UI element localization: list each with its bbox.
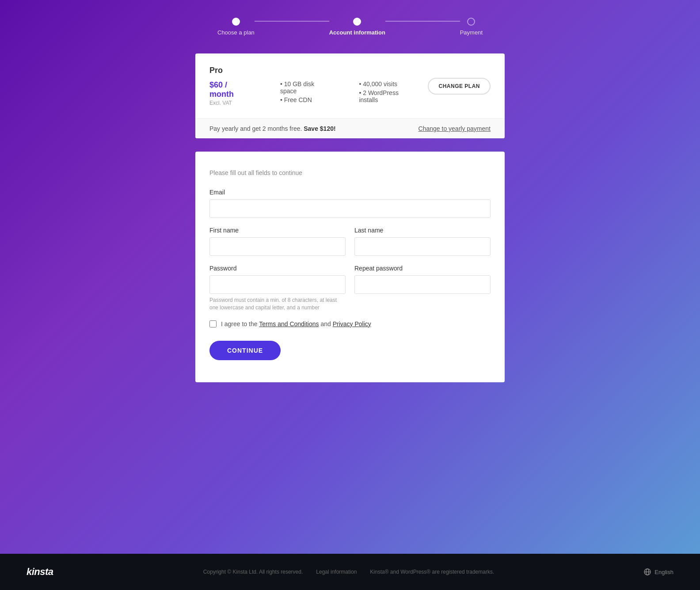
yearly-banner-text: Pay yearly and get 2 months free. Save $… bbox=[209, 125, 336, 132]
step-line-1 bbox=[255, 21, 329, 22]
repeat-password-group: Repeat password bbox=[354, 265, 491, 312]
last-name-group: Last name bbox=[354, 227, 491, 256]
first-name-label: First name bbox=[209, 227, 346, 234]
yearly-save-amount: Save $120! bbox=[304, 125, 335, 132]
stepper: Choose a plan Account information Paymen… bbox=[217, 18, 483, 36]
plan-feature-wordpress: • 2 WordPress installs bbox=[359, 89, 419, 103]
step-circle-choose-plan bbox=[232, 18, 240, 26]
password-row: Password Password must contain a min. of… bbox=[209, 265, 491, 312]
form-instruction: Please fill out all fields to continue bbox=[209, 169, 491, 176]
plan-yearly-banner: Pay yearly and get 2 months free. Save $… bbox=[195, 118, 505, 138]
repeat-password-label: Repeat password bbox=[354, 265, 491, 272]
password-label: Password bbox=[209, 265, 346, 272]
step-label-choose-plan: Choose a plan bbox=[217, 29, 255, 36]
plan-card-main: Pro $60 / month Excl. VAT • 10 GB disk s… bbox=[195, 53, 505, 118]
email-label: Email bbox=[209, 189, 491, 196]
terms-checkbox-row: I agree to the Terms and Conditions and … bbox=[209, 320, 491, 327]
plan-price-row: $60 / month Excl. VAT • 10 GB disk space… bbox=[209, 80, 419, 106]
footer: kinsta Copyright © Kinsta Ltd. All right… bbox=[0, 554, 700, 590]
email-group: Email bbox=[209, 189, 491, 218]
privacy-link[interactable]: Privacy Policy bbox=[333, 320, 371, 327]
password-input[interactable] bbox=[209, 275, 346, 294]
plan-card: Pro $60 / month Excl. VAT • 10 GB disk s… bbox=[195, 53, 505, 138]
footer-center: Copyright © Kinsta Ltd. All rights reser… bbox=[203, 569, 495, 575]
step-label-account-information: Account information bbox=[329, 29, 385, 36]
email-input[interactable] bbox=[209, 199, 491, 218]
footer-copyright: Copyright © Kinsta Ltd. All rights reser… bbox=[203, 569, 303, 575]
step-choose-plan: Choose a plan bbox=[217, 18, 255, 36]
footer-trademark: Kinsta® and WordPress® are registered tr… bbox=[370, 569, 494, 575]
change-plan-button[interactable]: CHANGE PLAN bbox=[428, 78, 491, 95]
main-background: Choose a plan Account information Paymen… bbox=[0, 0, 700, 554]
terms-checkbox[interactable] bbox=[209, 320, 217, 327]
terms-label: I agree to the Terms and Conditions and … bbox=[221, 320, 371, 327]
step-circle-payment bbox=[467, 18, 475, 26]
plan-name: Pro bbox=[209, 66, 419, 75]
password-group: Password Password must contain a min. of… bbox=[209, 265, 346, 312]
globe-icon bbox=[644, 568, 651, 575]
plan-price-note: Excl. VAT bbox=[209, 100, 254, 106]
password-hint: Password must contain a min. of 8 charac… bbox=[209, 297, 346, 312]
plan-feature-visits: • 40,000 visits bbox=[359, 80, 419, 88]
language-label: English bbox=[654, 569, 673, 575]
plan-feature-cdn: • Free CDN bbox=[280, 96, 332, 103]
first-name-group: First name bbox=[209, 227, 346, 256]
footer-logo: kinsta bbox=[27, 566, 53, 578]
repeat-password-input[interactable] bbox=[354, 275, 491, 294]
plan-price: $60 / month bbox=[209, 80, 254, 99]
step-line-2 bbox=[385, 21, 460, 22]
step-label-payment: Payment bbox=[460, 29, 483, 36]
plan-features-col1: • 10 GB disk space • Free CDN bbox=[280, 80, 332, 103]
terms-link[interactable]: Terms and Conditions bbox=[259, 320, 319, 327]
step-payment: Payment bbox=[460, 18, 483, 36]
plan-info: Pro $60 / month Excl. VAT • 10 GB disk s… bbox=[209, 66, 419, 106]
continue-button[interactable]: CONTINUE bbox=[209, 341, 281, 360]
change-to-yearly-link[interactable]: Change to yearly payment bbox=[418, 125, 491, 132]
form-card: Please fill out all fields to continue E… bbox=[195, 152, 505, 382]
last-name-input[interactable] bbox=[354, 237, 491, 256]
footer-language: English bbox=[644, 568, 673, 575]
plan-price-block: $60 / month Excl. VAT bbox=[209, 80, 254, 106]
step-account-information: Account information bbox=[329, 18, 385, 36]
step-circle-account-information bbox=[353, 18, 361, 26]
plan-features-col2: • 40,000 visits • 2 WordPress installs bbox=[359, 80, 419, 103]
plan-feature-disk: • 10 GB disk space bbox=[280, 80, 332, 95]
first-name-input[interactable] bbox=[209, 237, 346, 256]
name-row: First name Last name bbox=[209, 227, 491, 256]
footer-legal-link[interactable]: Legal information bbox=[316, 569, 357, 575]
last-name-label: Last name bbox=[354, 227, 491, 234]
